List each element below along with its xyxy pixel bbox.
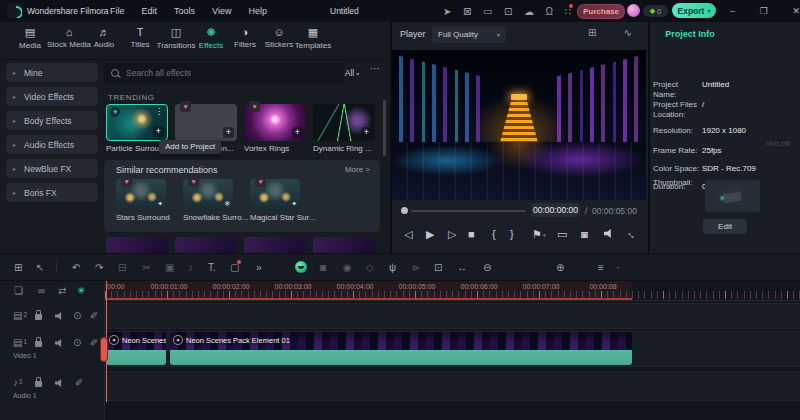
effect-card[interactable]: ♥✦Magical Star Sur... (250, 179, 300, 222)
compare-view-icon[interactable]: ⊞ (588, 28, 596, 38)
card-menu-icon[interactable]: ⋮ (155, 107, 163, 116)
media-panel-icon[interactable]: ⊞ (14, 262, 22, 273)
stop-icon[interactable]: ■ (468, 228, 475, 240)
notification-bell-icon[interactable]: Ω (546, 6, 553, 17)
marker-icon[interactable]: ⚑ (532, 228, 542, 241)
scopes-icon[interactable]: ∿ (624, 28, 632, 38)
sidebar-item-body-effects[interactable]: ▸Body Effects (6, 111, 98, 130)
lock-icon[interactable] (35, 311, 42, 322)
playhead-grip[interactable] (100, 337, 108, 362)
zoom-in-icon[interactable]: ⊕ (556, 262, 564, 273)
tab-templates[interactable]: ▦Templates (295, 26, 331, 50)
copy-clip-icon[interactable]: ❏ (14, 285, 23, 296)
effect-card[interactable]: ♥+ (175, 104, 237, 141)
minimize-button[interactable]: – (730, 6, 735, 16)
crop-icon[interactable]: ▣ (165, 262, 174, 273)
more-options-icon[interactable]: ⋯ (370, 63, 380, 74)
beat-detect-icon[interactable]: ♪ (188, 262, 193, 273)
timeline-clip[interactable]: ✦Neon Scenes Pack Element 01 (170, 332, 632, 365)
menu-file[interactable]: File (110, 6, 125, 16)
lock-icon[interactable] (35, 338, 42, 349)
pointer-tool-icon[interactable]: ↖ (36, 262, 44, 273)
fit-timeline-icon[interactable]: ↔ (457, 262, 467, 273)
tab-project-info[interactable]: Project Info (650, 22, 730, 46)
tab-stock-media[interactable]: ⌂Stock Media (47, 26, 91, 49)
undo-icon[interactable]: ↶ (72, 262, 80, 273)
effect-thumbnail[interactable]: ♥✦ (250, 179, 300, 210)
effect-card[interactable]: ♥+Vortex Rings (244, 104, 306, 153)
text-tool-icon[interactable]: T. (208, 262, 216, 273)
ai-portrait-icon[interactable] (295, 261, 307, 273)
similar-more-link[interactable]: More > (345, 165, 370, 174)
menu-edit[interactable]: Edit (142, 6, 158, 16)
effect-thumbnail[interactable]: + (313, 104, 375, 141)
add-to-project-icon[interactable]: + (361, 127, 372, 138)
effects-scrollbar[interactable] (383, 100, 386, 156)
tab-filters[interactable]: ◑Filters (234, 26, 256, 49)
voiceover-icon[interactable]: ψ (389, 262, 396, 273)
effect-thumbnail[interactable] (106, 237, 168, 253)
snap-icon[interactable]: ✳ (77, 285, 85, 296)
volume-icon[interactable] (604, 228, 614, 240)
tab-audio[interactable]: ♬Audio (94, 26, 114, 49)
screen-record-icon[interactable]: ▢ (230, 262, 239, 273)
next-frame-icon[interactable]: ▷ (448, 228, 456, 241)
quality-dropdown[interactable]: Full Quality ▾ (432, 26, 506, 43)
search-input[interactable] (124, 67, 308, 79)
fullscreen-icon[interactable]: ↔ (627, 228, 638, 240)
effect-thumbnail[interactable] (175, 237, 237, 253)
tab-transitions[interactable]: ◫Transitions (157, 26, 196, 50)
delete-icon[interactable]: ⊟ (118, 262, 126, 273)
menu-help[interactable]: Help (248, 6, 267, 16)
mute-icon[interactable] (55, 378, 64, 389)
scrubber-track[interactable] (411, 210, 526, 212)
tab-effects[interactable]: ❋Effects (199, 26, 223, 50)
lock-icon[interactable] (35, 378, 42, 389)
add-to-project-icon[interactable]: + (292, 127, 303, 138)
link-clips-icon[interactable]: ∞ (38, 285, 45, 296)
tab-stickers[interactable]: ☺Stickers (265, 26, 293, 49)
mute-icon[interactable] (55, 338, 64, 349)
add-to-project-icon[interactable]: + (153, 126, 164, 137)
redo-icon[interactable]: ↷ (95, 262, 103, 273)
add-to-project-icon[interactable]: + (223, 127, 234, 138)
points-badge[interactable]: ◆ 0 (643, 5, 668, 17)
speed-icon[interactable]: ⊳ (412, 262, 420, 273)
chevron-down-icon[interactable]: ▾ (543, 232, 546, 238)
edit-button[interactable]: Edit (703, 219, 747, 234)
tab-media[interactable]: ▤Media (19, 26, 41, 50)
export-button[interactable]: Export ▾ (672, 3, 716, 18)
display-icon[interactable]: ▭ (483, 6, 492, 17)
effect-thumbnail[interactable]: ♥+ (244, 104, 306, 141)
scrubber-handle[interactable] (401, 207, 408, 214)
motion-track-icon[interactable]: ◉ (343, 262, 352, 273)
share-icon[interactable]: ➤ (443, 6, 451, 17)
previous-frame-icon[interactable]: ◁ (404, 228, 412, 241)
zoom-out-icon[interactable]: ⊖ (483, 262, 491, 273)
mark-out-icon[interactable]: } (510, 228, 514, 240)
snapshot-icon[interactable]: ◙ (581, 228, 588, 240)
track-lane-video2[interactable] (105, 303, 800, 329)
effect-thumbnail[interactable] (244, 237, 306, 253)
mirror-display-icon[interactable]: ▭ (557, 228, 567, 241)
visibility-icon[interactable]: ⊙ (73, 337, 81, 348)
reorder-tracks-icon[interactable]: ⇄ (58, 285, 66, 296)
restore-button[interactable]: ❐ (760, 6, 768, 16)
sidebar-item-mine[interactable]: ▸Mine (6, 63, 98, 82)
device-icon[interactable]: ⊠ (463, 6, 471, 17)
apps-grid-icon[interactable]: ∷ (565, 6, 571, 17)
filter-dropdown[interactable]: All ▾ (336, 63, 368, 83)
wand-icon[interactable]: ✐ (90, 337, 98, 348)
stabilize-icon[interactable]: ◇ (366, 262, 374, 273)
play-from-start-icon[interactable]: ▶ (426, 228, 434, 241)
timeline-clip[interactable]: ✦Neon Scenes... (106, 332, 166, 365)
track-lane-audio1[interactable] (105, 371, 800, 401)
render-preview-icon[interactable]: ⊡ (434, 262, 442, 273)
menu-view[interactable]: View (212, 6, 231, 16)
video-preview[interactable] (392, 50, 646, 200)
visibility-icon[interactable]: ⊙ (73, 310, 81, 321)
close-button[interactable]: ✕ (792, 6, 800, 16)
more-tools-icon[interactable]: » (256, 262, 262, 273)
avatar[interactable] (627, 4, 640, 17)
mute-icon[interactable] (55, 311, 64, 322)
